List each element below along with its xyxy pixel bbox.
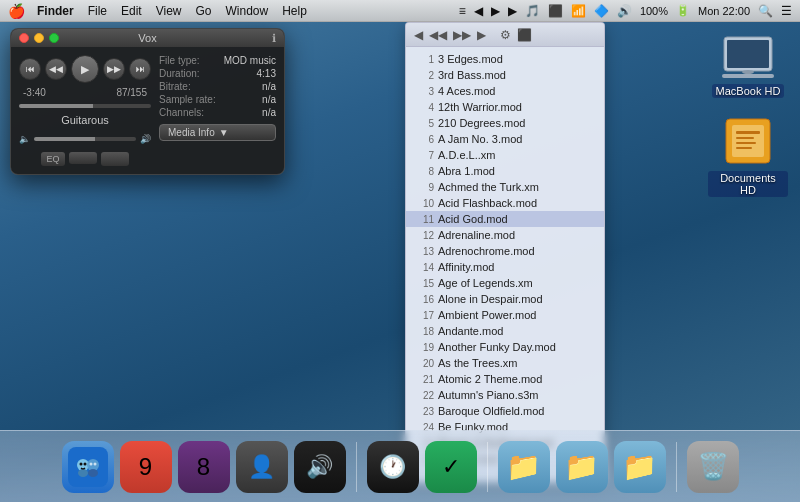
playlist-item[interactable]: 19Another Funky Day.mod <box>406 339 604 355</box>
playlist-item-num: 8 <box>414 166 434 177</box>
dock-item-app[interactable]: 8 <box>178 441 230 493</box>
documents-hd-icon[interactable]: Documents HD <box>708 115 788 197</box>
playlist-item[interactable]: 15Age of Legends.xm <box>406 275 604 291</box>
media-info-button[interactable]: Media Info ▼ <box>159 124 276 141</box>
menu-window[interactable]: Window <box>226 4 269 18</box>
playlist-controls[interactable]: ◀ ◀◀ ▶▶ ▶ ⚙ ⬛ <box>414 28 532 42</box>
playlist-item-num: 20 <box>414 358 434 369</box>
playlist-item[interactable]: 13Adrenochrome.mod <box>406 243 604 259</box>
info-icon[interactable]: ℹ <box>272 32 276 45</box>
settings-button[interactable] <box>69 152 97 164</box>
playlist-item[interactable]: 22Autumn's Piano.s3m <box>406 387 604 403</box>
dropdown-arrow-icon: ▼ <box>219 127 229 138</box>
playlist-item[interactable]: 10Acid Flashback.mod <box>406 195 604 211</box>
playlist-item[interactable]: 5210 Degrees.mod <box>406 115 604 131</box>
playlist-item-name: 3 Edges.mod <box>438 53 596 65</box>
playlist-item-num: 6 <box>414 134 434 145</box>
dock-item-folder2[interactable]: 📁 <box>556 441 608 493</box>
dock-item-omnifocus[interactable]: ✓ <box>425 441 477 493</box>
playlist-item[interactable]: 9Achmed the Turk.xm <box>406 179 604 195</box>
rewind-button[interactable]: ◀◀ <box>45 58 67 80</box>
svg-rect-3 <box>722 74 774 78</box>
playlist-item[interactable]: 12Adrenaline.mod <box>406 227 604 243</box>
apple-menu[interactable]: 🍎 <box>8 3 25 19</box>
file-type-label: File type: <box>159 55 200 66</box>
list-icon[interactable]: ≡ <box>459 4 466 18</box>
svg-point-14 <box>88 469 98 477</box>
equalizer-button[interactable]: EQ <box>41 152 64 166</box>
playlist-item[interactable]: 16Alone in Despair.mod <box>406 291 604 307</box>
playlist-item[interactable]: 7A.D.e.L..xm <box>406 147 604 163</box>
menu-go[interactable]: Go <box>196 4 212 18</box>
menu-help[interactable]: Help <box>282 4 307 18</box>
playlist-screen-icon[interactable]: ⬛ <box>517 28 532 42</box>
macbook-hd-icon[interactable]: MacBook HD <box>708 35 788 98</box>
bluetooth-icon[interactable]: 🔷 <box>594 4 609 18</box>
playlist-back-icon[interactable]: ◀◀ <box>429 28 447 42</box>
screen-icon[interactable]: ⬛ <box>548 4 563 18</box>
playlist-item[interactable]: 34 Aces.mod <box>406 83 604 99</box>
prev-track-button[interactable]: ⏮ <box>19 58 41 80</box>
dock-item-reminders[interactable]: 9 <box>120 441 172 493</box>
playlist-item-num: 2 <box>414 70 434 81</box>
progress-bar[interactable] <box>19 104 151 108</box>
wifi-icon[interactable]: 📶 <box>571 4 586 18</box>
documents-hd-image <box>722 115 774 167</box>
next-track-button[interactable]: ⏭ <box>129 58 151 80</box>
playlist-item[interactable]: 412th Warrior.mod <box>406 99 604 115</box>
playlist-item[interactable]: 11Acid God.mod <box>406 211 604 227</box>
playlist-next-icon[interactable]: ▶ <box>477 28 486 42</box>
menu-finder[interactable]: Finder <box>37 4 74 18</box>
play-pause-button[interactable]: ▶ <box>71 55 99 83</box>
playlist-header: ◀ ◀◀ ▶▶ ▶ ⚙ ⬛ <box>406 23 604 47</box>
app-icon[interactable]: 🎵 <box>525 4 540 18</box>
volume-icon[interactable]: 🔊 <box>617 4 632 18</box>
playlist-item[interactable]: 8Abra 1.mod <box>406 163 604 179</box>
playlist-item[interactable]: 20As the Trees.xm <box>406 355 604 371</box>
close-button[interactable] <box>19 33 29 43</box>
dock-item-audio[interactable]: 🔊 <box>294 441 346 493</box>
minimize-button[interactable] <box>34 33 44 43</box>
playlist-item-num: 4 <box>414 102 434 113</box>
dock-item-trash[interactable]: 🗑️ <box>687 441 739 493</box>
playlist-item-num: 14 <box>414 262 434 273</box>
dock-item-contacts[interactable]: 👤 <box>236 441 288 493</box>
maximize-button[interactable] <box>49 33 59 43</box>
playlist-item[interactable]: 23rd Bass.mod <box>406 67 604 83</box>
dock-item-folder1[interactable]: 📁 <box>498 441 550 493</box>
svg-point-13 <box>78 469 88 477</box>
bitrate-val: n/a <box>262 81 276 92</box>
battery-icon: 🔋 <box>676 4 690 17</box>
dock-item-finder[interactable] <box>62 441 114 493</box>
play-icon[interactable]: ▶ <box>508 4 517 18</box>
macbook-hd-image <box>720 35 776 80</box>
playlist-item[interactable]: 21Atomic 2 Theme.mod <box>406 371 604 387</box>
player-info-panel: File type: MOD music Duration: 4:13 Bitr… <box>159 55 276 166</box>
playlist-item-name: Atomic 2 Theme.mod <box>438 373 596 385</box>
playlist-item[interactable]: 6A Jam No. 3.mod <box>406 131 604 147</box>
playlist-gear-icon[interactable]: ⚙ <box>500 28 511 42</box>
playlist-item-num: 18 <box>414 326 434 337</box>
next-icon[interactable]: ▶ <box>491 4 500 18</box>
volume-slider[interactable] <box>34 137 136 141</box>
playlist-item[interactable]: 13 Edges.mod <box>406 51 604 67</box>
shuffle-button[interactable] <box>101 152 129 166</box>
dock-item-folder3[interactable]: 📁 <box>614 441 666 493</box>
menu-view[interactable]: View <box>156 4 182 18</box>
playlist-item[interactable]: 14Affinity.mod <box>406 259 604 275</box>
playlist-item[interactable]: 23Baroque Oldfield.mod <box>406 403 604 419</box>
forward-button[interactable]: ▶▶ <box>103 58 125 80</box>
prev-icon[interactable]: ◀ <box>474 4 483 18</box>
traffic-lights[interactable] <box>19 33 59 43</box>
search-icon[interactable]: 🔍 <box>758 4 773 18</box>
menu-file[interactable]: File <box>88 4 107 18</box>
playlist-item[interactable]: 17Ambient Power.mod <box>406 307 604 323</box>
menu-extra-icon[interactable]: ☰ <box>781 4 792 18</box>
playlist-prev-icon[interactable]: ◀ <box>414 28 423 42</box>
playlist-item-num: 17 <box>414 310 434 321</box>
svg-rect-8 <box>736 142 756 144</box>
menu-edit[interactable]: Edit <box>121 4 142 18</box>
dock-item-clock[interactable]: 🕐 <box>367 441 419 493</box>
playlist-fwd-icon[interactable]: ▶▶ <box>453 28 471 42</box>
playlist-item[interactable]: 18Andante.mod <box>406 323 604 339</box>
